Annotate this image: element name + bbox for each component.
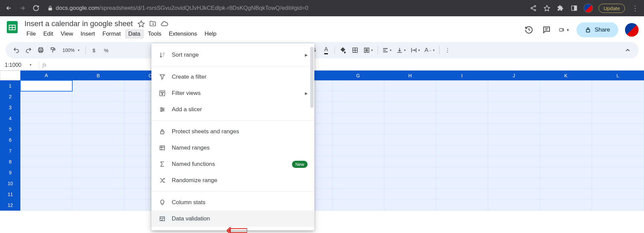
cell[interactable]	[540, 189, 592, 200]
menu-protect-sheets[interactable]: Protect sheets and ranges	[151, 123, 314, 140]
cell[interactable]	[20, 102, 72, 113]
col-header[interactable]: B	[72, 71, 124, 80]
select-all-corner[interactable]	[0, 71, 20, 80]
text-rotation-button[interactable]: A→▼	[423, 45, 436, 56]
menu-data[interactable]: Data	[125, 29, 144, 39]
cell[interactable]	[332, 156, 384, 167]
cell[interactable]	[72, 124, 124, 135]
cell[interactable]	[488, 178, 540, 189]
paint-format-button[interactable]	[48, 45, 58, 56]
col-header[interactable]: L	[592, 71, 644, 80]
cell[interactable]	[540, 135, 592, 145]
cell[interactable]	[592, 80, 644, 91]
cell[interactable]	[592, 200, 644, 211]
cell[interactable]	[488, 189, 540, 200]
cell[interactable]	[540, 113, 592, 124]
currency-button[interactable]: $	[89, 45, 99, 56]
cell[interactable]	[540, 145, 592, 156]
text-color-button[interactable]: A	[321, 45, 332, 56]
cell[interactable]	[72, 113, 124, 124]
cell[interactable]	[436, 156, 488, 167]
cell[interactable]	[592, 178, 644, 189]
borders-button[interactable]	[350, 45, 361, 56]
cell[interactable]	[332, 135, 384, 145]
cell[interactable]	[20, 113, 72, 124]
cell[interactable]	[384, 156, 436, 167]
spreadsheet-grid[interactable]: A B C D E F G H I J K L 1 2 3 4 5 6 7 8 …	[0, 71, 644, 233]
forward-button[interactable]	[18, 3, 27, 13]
cell[interactable]	[488, 145, 540, 156]
menu-data-validation[interactable]: Data validation	[151, 211, 314, 227]
cell[interactable]	[436, 145, 488, 156]
reload-button[interactable]	[31, 3, 41, 13]
menu-named-functions[interactable]: Named functions New	[151, 156, 314, 172]
cell[interactable]	[436, 91, 488, 102]
star-icon[interactable]	[137, 19, 146, 28]
cell[interactable]	[72, 135, 124, 145]
cell[interactable]	[592, 167, 644, 178]
cell[interactable]	[332, 200, 384, 211]
menu-sort-range[interactable]: Sort range ▶	[151, 47, 314, 63]
cell[interactable]	[436, 113, 488, 124]
history-icon[interactable]	[523, 24, 534, 35]
cell[interactable]	[384, 124, 436, 135]
row-header[interactable]: 7	[0, 145, 20, 156]
bookmark-star-icon[interactable]	[543, 4, 551, 12]
menu-help[interactable]: Help	[201, 29, 220, 39]
cell[interactable]	[436, 124, 488, 135]
cell[interactable]	[20, 124, 72, 135]
collapse-toolbar-button[interactable]	[622, 45, 633, 56]
row-header[interactable]: 10	[0, 178, 20, 189]
cell[interactable]	[20, 178, 72, 189]
menu-tools[interactable]: Tools	[145, 29, 165, 39]
cell[interactable]	[20, 135, 72, 145]
menu-extensions[interactable]: Extensions	[165, 29, 200, 39]
merge-cells-button[interactable]: ▼	[362, 45, 375, 56]
menu-randomize-range[interactable]: Randomize range	[151, 172, 314, 189]
menu-filter-views[interactable]: Filter views ▶	[151, 85, 314, 101]
cell[interactable]	[72, 80, 124, 91]
cell[interactable]	[540, 91, 592, 102]
cell[interactable]	[592, 91, 644, 102]
cell[interactable]	[540, 200, 592, 211]
text-wrap-button[interactable]: ▼	[409, 45, 422, 56]
menu-format[interactable]: Format	[99, 29, 124, 39]
cell[interactable]	[436, 189, 488, 200]
cell[interactable]	[592, 135, 644, 145]
cell[interactable]	[540, 124, 592, 135]
col-header[interactable]: A	[20, 71, 72, 80]
cell[interactable]	[332, 167, 384, 178]
document-title[interactable]: Insert a calendar in google sheet	[23, 19, 134, 29]
menu-column-stats[interactable]: Column stats	[151, 194, 314, 211]
profile-avatar-small[interactable]	[584, 3, 593, 13]
undo-button[interactable]	[11, 45, 22, 56]
extensions-icon[interactable]	[556, 4, 565, 12]
move-folder-icon[interactable]	[148, 19, 157, 28]
cell[interactable]	[384, 80, 436, 91]
cell[interactable]	[384, 91, 436, 102]
comments-icon[interactable]	[541, 24, 552, 35]
row-header[interactable]: 4	[0, 113, 20, 124]
cell[interactable]	[72, 156, 124, 167]
cell[interactable]	[384, 178, 436, 189]
cell[interactable]	[20, 167, 72, 178]
vertical-align-button[interactable]: ▼	[395, 45, 408, 56]
meet-icon[interactable]: ▼	[559, 24, 570, 35]
cell[interactable]	[592, 189, 644, 200]
row-header[interactable]: 5	[0, 124, 20, 135]
row-header[interactable]: 12	[0, 200, 20, 211]
cell[interactable]	[488, 200, 540, 211]
col-header[interactable]: G	[332, 71, 384, 80]
col-header[interactable]: K	[540, 71, 592, 80]
cell[interactable]	[384, 102, 436, 113]
redo-button[interactable]	[23, 45, 34, 56]
cell[interactable]	[72, 91, 124, 102]
cell[interactable]	[384, 135, 436, 145]
cell[interactable]	[436, 200, 488, 211]
cell[interactable]	[436, 80, 488, 91]
cell[interactable]	[488, 113, 540, 124]
menu-named-ranges[interactable]: Named ranges	[151, 140, 314, 156]
cell[interactable]	[20, 156, 72, 167]
cell[interactable]	[488, 156, 540, 167]
cell[interactable]	[488, 80, 540, 91]
